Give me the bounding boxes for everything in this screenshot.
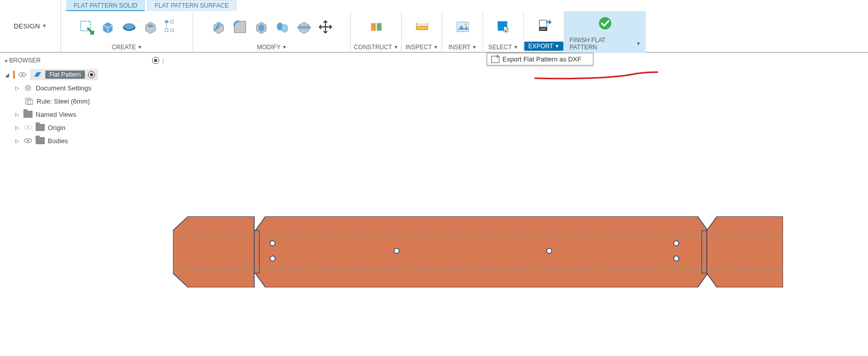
tree-origin-label: Origin bbox=[48, 124, 66, 132]
ribbon-panels: CREATE▼ bbox=[61, 11, 868, 53]
workspace-label: DESIGN bbox=[14, 22, 40, 30]
svg-rect-7 bbox=[170, 29, 173, 32]
panel-select-label[interactable]: SELECT▼ bbox=[488, 44, 518, 51]
svg-rect-5 bbox=[170, 20, 173, 23]
panel-export: DXF EXPORT▼ Export Flat Pattern as DXF bbox=[524, 11, 564, 53]
panel-modify: MODIFY▼ bbox=[193, 11, 351, 53]
browser-title: BROWSER bbox=[9, 57, 41, 64]
folder-icon bbox=[36, 123, 45, 132]
pattern-icon[interactable] bbox=[164, 19, 176, 35]
tree-bodies-label: Bodies bbox=[48, 137, 68, 145]
svg-rect-6 bbox=[165, 29, 168, 32]
combine-icon[interactable] bbox=[275, 19, 291, 35]
tree-rule-label: Rule: Steel (6mm) bbox=[37, 98, 90, 105]
panel-construct: CONSTRUCT▼ bbox=[351, 11, 402, 53]
svg-point-27 bbox=[27, 140, 29, 142]
panel-modify-label[interactable]: MODIFY▼ bbox=[257, 44, 287, 51]
svg-point-20 bbox=[21, 74, 23, 76]
viewport-flat-pattern[interactable] bbox=[173, 216, 783, 287]
caret-down-icon: ▼ bbox=[394, 45, 398, 50]
svg-point-39 bbox=[394, 248, 399, 253]
visibility-eye-icon[interactable] bbox=[23, 136, 33, 145]
expand-triangle-icon[interactable]: ▷ bbox=[15, 85, 20, 91]
expand-triangle-icon[interactable]: ▷ bbox=[15, 112, 20, 117]
panel-construct-label[interactable]: CONSTRUCT▼ bbox=[354, 44, 398, 51]
panel-modify-icons bbox=[211, 11, 334, 43]
visibility-eye-icon[interactable] bbox=[18, 70, 27, 79]
export-dxf-icon[interactable]: DXF bbox=[536, 18, 552, 34]
svg-rect-10 bbox=[376, 23, 381, 31]
svg-point-40 bbox=[547, 248, 552, 253]
svg-rect-11 bbox=[416, 26, 428, 30]
expand-triangle-icon[interactable]: ▷ bbox=[15, 125, 20, 131]
tab-flat-pattern-surface[interactable]: FLAT PATTERN SURFACE bbox=[147, 0, 236, 11]
svg-point-37 bbox=[270, 241, 275, 246]
folder-icon bbox=[23, 110, 33, 119]
panel-export-label[interactable]: EXPORT▼ bbox=[524, 42, 563, 51]
measure-icon[interactable] bbox=[414, 19, 430, 35]
browser-header: ◀ BROWSER | bbox=[0, 56, 168, 65]
workspace-switcher-cell: DESIGN ▼ bbox=[0, 0, 61, 52]
select-icon[interactable] bbox=[495, 19, 512, 35]
workspace-switcher[interactable]: DESIGN ▼ bbox=[14, 22, 47, 30]
svg-point-38 bbox=[270, 256, 275, 261]
caret-down-icon: ▼ bbox=[472, 45, 476, 50]
panel-create-icons bbox=[78, 11, 176, 43]
browser-panel: ◀ BROWSER | ◢ Flat Pattern ▷ bbox=[0, 56, 168, 150]
create-sketch-icon[interactable] bbox=[78, 19, 95, 35]
tree-bodies[interactable]: ▷ Bodies bbox=[2, 134, 166, 147]
svg-rect-4 bbox=[165, 20, 168, 23]
revolve-icon[interactable] bbox=[121, 19, 137, 35]
active-component-radio-icon[interactable] bbox=[88, 71, 95, 78]
expand-triangle-icon[interactable]: ▷ bbox=[15, 138, 20, 144]
tree-named-views[interactable]: ▷ Named Views bbox=[2, 108, 166, 121]
flat-pattern-icon bbox=[33, 70, 42, 79]
panel-finish-label[interactable]: FINISH FLAT PATTERN▼ bbox=[570, 37, 641, 51]
split-body-icon[interactable] bbox=[296, 19, 312, 35]
fillet-icon[interactable] bbox=[232, 19, 248, 35]
tree-rule[interactable]: Rule: Steel (6mm) bbox=[2, 94, 166, 108]
svg-point-3 bbox=[147, 24, 153, 27]
caret-down-icon: ▼ bbox=[137, 45, 142, 50]
export-dropdown-item[interactable]: Export Flat Pattern as DXF bbox=[487, 53, 593, 66]
tree-named-views-label: Named Views bbox=[36, 111, 76, 118]
svg-rect-30 bbox=[254, 231, 259, 273]
press-pull-icon[interactable] bbox=[211, 19, 227, 35]
panel-inspect: INSPECT▼ bbox=[402, 11, 442, 53]
svg-point-13 bbox=[464, 23, 467, 26]
extrude-icon[interactable] bbox=[100, 19, 116, 35]
visibility-eye-off-icon[interactable] bbox=[23, 123, 33, 132]
svg-point-21 bbox=[26, 86, 29, 89]
svg-text:DXF: DXF bbox=[540, 27, 546, 30]
insert-decal-icon[interactable] bbox=[455, 19, 471, 35]
hole-icon[interactable] bbox=[142, 19, 159, 35]
tree-document-settings[interactable]: ▷ Document Settings bbox=[2, 81, 166, 94]
tree-origin[interactable]: ▷ Origin bbox=[2, 121, 166, 134]
active-marker-icon bbox=[13, 71, 15, 79]
ribbon-area: DESIGN ▼ FLAT PATTERN SOLID FLAT PATTERN… bbox=[0, 0, 868, 53]
panel-select: SELECT▼ bbox=[483, 11, 524, 53]
panel-create: CREATE▼ bbox=[61, 11, 193, 53]
panel-insert: INSERT▼ bbox=[442, 11, 483, 53]
finish-check-icon[interactable] bbox=[597, 15, 613, 31]
svg-point-42 bbox=[674, 256, 679, 261]
move-icon[interactable] bbox=[317, 19, 334, 35]
construct-plane-icon[interactable] bbox=[368, 19, 384, 35]
red-annotation-underline bbox=[534, 71, 659, 80]
browser-divider-icon: | bbox=[162, 57, 164, 64]
tab-flat-pattern-solid[interactable]: FLAT PATTERN SOLID bbox=[66, 0, 145, 11]
caret-down-icon: ▼ bbox=[42, 23, 47, 28]
shell-icon[interactable] bbox=[253, 19, 270, 35]
dxf-mini-icon bbox=[491, 56, 499, 63]
export-dropdown-label: Export Flat Pattern as DXF bbox=[502, 55, 581, 63]
tree-doc-settings-label: Document Settings bbox=[36, 84, 92, 92]
folder-icon bbox=[36, 136, 45, 145]
flat-pattern-geometry bbox=[173, 216, 783, 287]
panel-create-label[interactable]: CREATE▼ bbox=[112, 44, 142, 51]
panel-inspect-label[interactable]: INSPECT▼ bbox=[406, 44, 438, 51]
collapse-triangle-icon[interactable]: ◢ bbox=[5, 72, 10, 78]
browser-collapse-icon[interactable] bbox=[152, 57, 159, 64]
tree-root[interactable]: ◢ Flat Pattern bbox=[2, 68, 166, 81]
caret-down-icon: ▼ bbox=[514, 45, 518, 50]
panel-insert-label[interactable]: INSERT▼ bbox=[448, 44, 477, 51]
